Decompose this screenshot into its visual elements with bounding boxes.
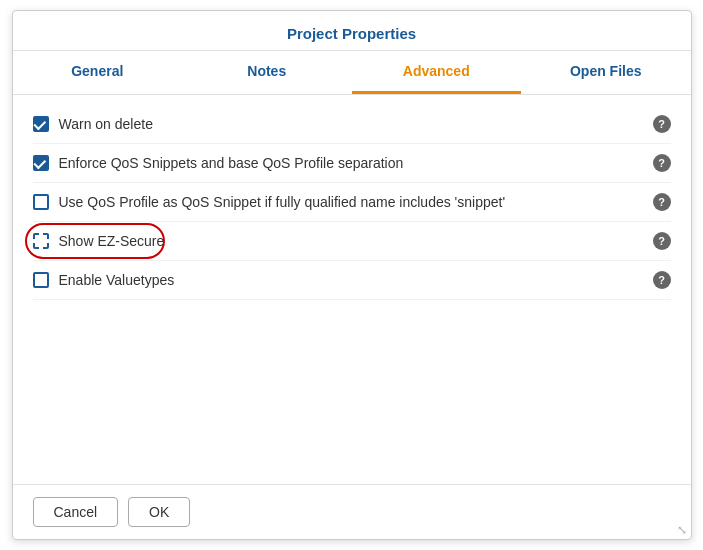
option-row-enforce-qos: Enforce QoS Snippets and base QoS Profil… — [33, 144, 671, 183]
project-properties-dialog: Project Properties General Notes Advance… — [12, 10, 692, 540]
dialog-title: Project Properties — [13, 11, 691, 51]
help-icon-enable-valuetypes[interactable]: ? — [653, 271, 671, 289]
checkbox-use-qos-profile[interactable] — [33, 194, 49, 210]
option-row-warn-on-delete: Warn on delete ? — [33, 105, 671, 144]
label-use-qos-profile: Use QoS Profile as QoS Snippet if fully … — [59, 194, 506, 210]
tab-notes[interactable]: Notes — [182, 51, 352, 94]
checkbox-show-ez-secure[interactable] — [33, 233, 49, 249]
tab-open-files[interactable]: Open Files — [521, 51, 691, 94]
help-icon-show-ez-secure[interactable]: ? — [653, 232, 671, 250]
checkbox-warn-on-delete[interactable] — [33, 116, 49, 132]
ok-button[interactable]: OK — [128, 497, 190, 527]
help-icon-enforce-qos[interactable]: ? — [653, 154, 671, 172]
label-warn-on-delete: Warn on delete — [59, 116, 153, 132]
tab-general[interactable]: General — [13, 51, 183, 94]
checkbox-enforce-qos[interactable] — [33, 155, 49, 171]
advanced-tab-content: Warn on delete ? Enforce QoS Snippets an… — [13, 95, 691, 484]
help-icon-use-qos-profile[interactable]: ? — [653, 193, 671, 211]
help-icon-warn-on-delete[interactable]: ? — [653, 115, 671, 133]
option-row-show-ez-secure: Show EZ-Secure ? — [33, 222, 671, 261]
checkbox-enable-valuetypes[interactable] — [33, 272, 49, 288]
cancel-button[interactable]: Cancel — [33, 497, 119, 527]
label-enable-valuetypes: Enable Valuetypes — [59, 272, 175, 288]
label-show-ez-secure: Show EZ-Secure — [59, 233, 165, 249]
tab-advanced[interactable]: Advanced — [352, 51, 522, 94]
resize-handle[interactable]: ⤡ — [677, 523, 687, 537]
tab-bar: General Notes Advanced Open Files — [13, 51, 691, 95]
dialog-footer: Cancel OK — [13, 484, 691, 539]
option-row-enable-valuetypes: Enable Valuetypes ? — [33, 261, 671, 300]
option-row-use-qos-profile: Use QoS Profile as QoS Snippet if fully … — [33, 183, 671, 222]
label-enforce-qos: Enforce QoS Snippets and base QoS Profil… — [59, 155, 404, 171]
